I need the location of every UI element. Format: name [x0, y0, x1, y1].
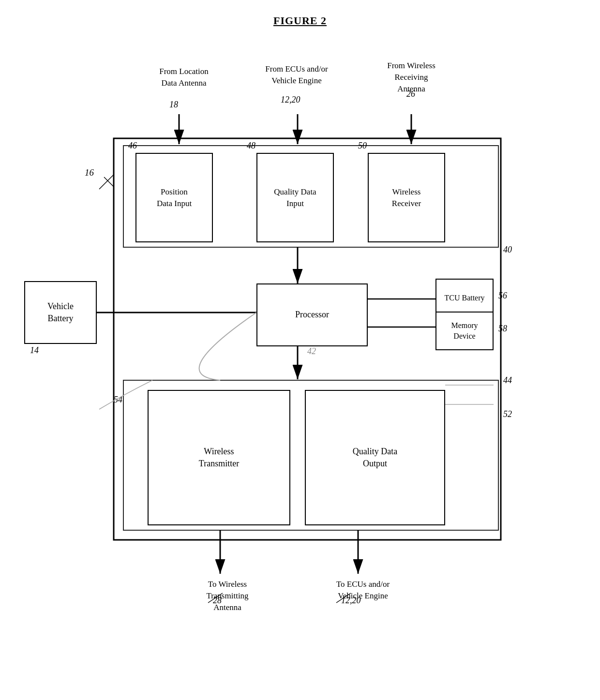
ref-56: 56 — [498, 291, 507, 301]
quality-data-input-box: Quality DataInput — [256, 153, 334, 242]
processor-box: Processor — [256, 283, 368, 346]
vehicle-battery-box: VehicleBattery — [24, 281, 97, 344]
quality-data-output-box: Quality DataOutput — [305, 390, 445, 525]
position-data-input-label: PositionData Input — [157, 186, 192, 209]
ref-42: 42 — [307, 346, 316, 357]
from-wireless-label: From WirelessReceivingAntenna — [363, 60, 460, 94]
figure-title: FIGURE 2 — [15, 15, 585, 27]
wireless-receiver-label: WirelessReceiver — [392, 186, 421, 209]
svg-line-20 — [208, 593, 223, 603]
processor-label: Processor — [295, 309, 329, 321]
position-data-input-box: PositionData Input — [135, 153, 213, 242]
memory-device-box: MemoryDevice — [435, 312, 494, 350]
quality-data-input-label: Quality DataInput — [274, 186, 316, 209]
memory-device-label: MemoryDevice — [451, 320, 478, 342]
ref-18: 18 — [169, 100, 178, 110]
wireless-receiver-box: WirelessReceiver — [368, 153, 445, 242]
quality-data-output-label: Quality DataOutput — [353, 446, 397, 470]
wireless-transmitter-box: WirelessTransmitter — [148, 390, 290, 525]
from-ecus-top-label: From ECUs and/orVehicle Engine — [246, 63, 347, 87]
to-wireless-label: To WirelessTransmittingAntenna — [179, 579, 276, 613]
from-location-label: From LocationData Antenna — [143, 66, 225, 89]
ref-40: 40 — [503, 245, 512, 255]
ref-48: 48 — [247, 141, 255, 151]
ref-14: 14 — [30, 345, 39, 356]
ref-46: 46 — [128, 141, 137, 151]
ref-50: 50 — [358, 141, 367, 151]
ref-16: 16 — [85, 167, 94, 178]
svg-line-21 — [336, 593, 351, 603]
tcu-battery-label: TCU Battery — [444, 293, 484, 303]
vehicle-battery-label: VehicleBattery — [47, 300, 74, 325]
to-ecus-bot-label: To ECUs and/orVehicle Engine — [315, 579, 411, 602]
wireless-transmitter-label: WirelessTransmitter — [199, 446, 239, 470]
svg-line-17 — [99, 175, 114, 189]
ref-58: 58 — [498, 324, 507, 334]
ref-12-20-top: 12,20 — [281, 95, 300, 105]
